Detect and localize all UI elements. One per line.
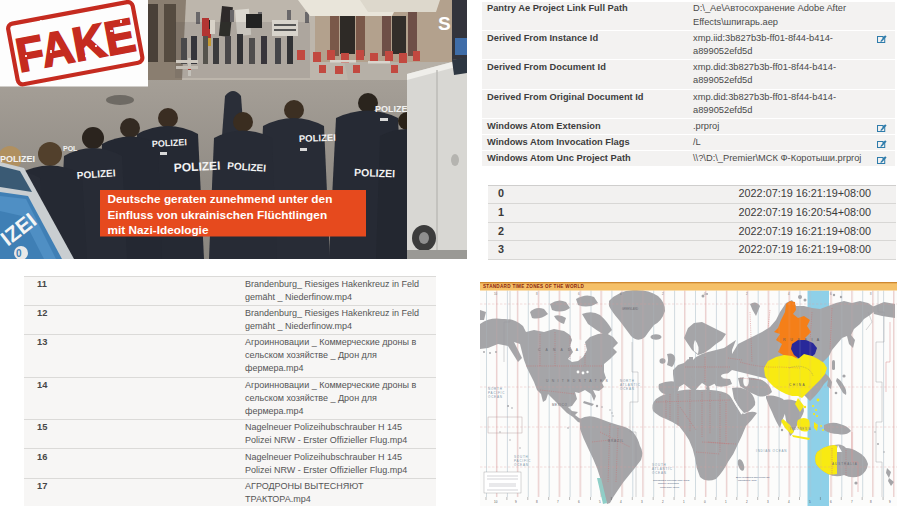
svg-text:GREENLAND: GREENLAND <box>622 307 638 311</box>
svg-text:Mean Time (GMT): Mean Time (GMT) <box>660 486 680 489</box>
svg-text:AUSTRALIA: AUSTRALIA <box>832 462 858 466</box>
svg-text:indicated by color: indicated by color <box>738 479 757 482</box>
svg-text:C A N A D A: C A N A D A <box>538 348 580 352</box>
svg-text:Einfluss von ukrainischen Flüc: Einfluss von ukrainischen Flüchtlingen <box>108 208 328 222</box>
svg-text:STANDARD TIME ZONES OF THE WOR: STANDARD TIME ZONES OF THE WORLD <box>483 284 585 289</box>
svg-text:POLIZEI: POLIZEI <box>354 166 395 179</box>
svg-text:POLIZEI: POLIZEI <box>375 104 410 114</box>
svg-text:0: 0 <box>16 248 22 259</box>
svg-text:mit Nazi-Ideologie: mit Nazi-Ideologie <box>108 223 209 237</box>
svg-text:POLIZEI: POLIZEI <box>0 154 35 164</box>
svg-text:10: 10 <box>494 292 498 296</box>
svg-text:OCEAN: OCEAN <box>652 471 667 475</box>
svg-text:U N I T E D S T A T E S: U N I T E D S T A T E S <box>546 379 609 383</box>
svg-text:INDONESIA: INDONESIA <box>790 427 811 431</box>
svg-text:POLIZEI: POLIZEI <box>299 132 336 144</box>
svg-text:OCEAN: OCEAN <box>620 387 635 391</box>
svg-text:INDIAN OCEAN: INDIAN OCEAN <box>756 449 787 453</box>
svg-text:S: S <box>438 13 451 34</box>
svg-text:OCEAN: OCEAN <box>488 395 503 399</box>
svg-text:OCEAN: OCEAN <box>514 463 529 467</box>
svg-text:CHINA: CHINA <box>789 383 806 387</box>
svg-text:R U S S I A: R U S S I A <box>783 338 821 342</box>
svg-text:POL: POL <box>63 145 78 152</box>
svg-text:POLIZEI: POLIZEI <box>173 159 220 175</box>
svg-text:POLIZEI: POLIZEI <box>152 137 187 149</box>
svg-text:10: 10 <box>494 500 498 504</box>
svg-text:Deutsche geraten zunehmend unt: Deutsche geraten zunehmend unter den <box>108 192 333 206</box>
svg-text:BRAZIL: BRAZIL <box>608 439 624 443</box>
svg-text:MEXICO: MEXICO <box>552 403 568 407</box>
